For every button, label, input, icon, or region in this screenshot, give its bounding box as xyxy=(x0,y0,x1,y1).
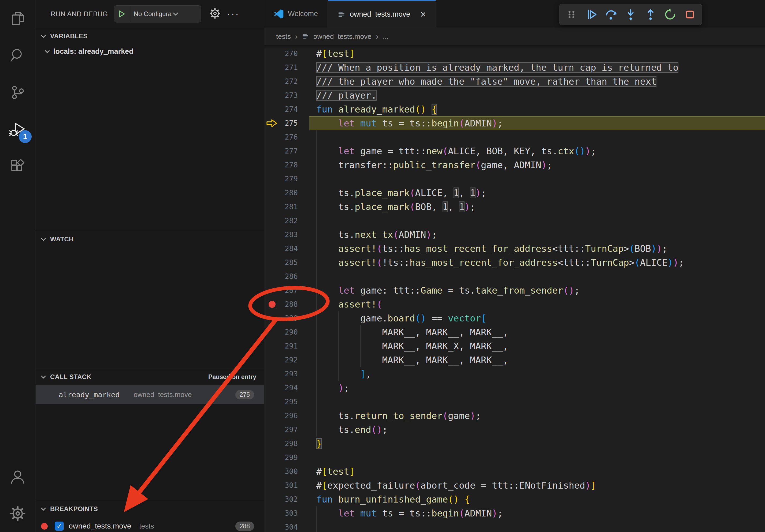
run-and-debug-icon[interactable]: 1 xyxy=(0,111,35,148)
code-line[interactable]: 278 transfer::public_transfer(game, ADMI… xyxy=(264,158,765,172)
debug-configuration-button[interactable]: No Configura xyxy=(114,5,201,23)
step-out-button[interactable] xyxy=(643,7,658,22)
line-number[interactable]: 292 xyxy=(264,353,298,367)
code-line[interactable]: 273/// player. xyxy=(264,89,765,102)
line-number[interactable]: 278 xyxy=(264,158,298,172)
line-number[interactable]: 273 xyxy=(264,89,298,102)
code-line[interactable]: 302fun burn_unfinished_game() { xyxy=(264,492,765,506)
variables-scope-row[interactable]: locals: already_marked xyxy=(44,44,264,59)
code-line[interactable]: 303 let mut ts = ts::begin(ADMIN); xyxy=(264,506,765,520)
code-line[interactable]: 275 let mut ts = ts::begin(ADMIN); xyxy=(264,116,765,130)
line-number[interactable]: 291 xyxy=(264,339,298,353)
breadcrumb-item-tests[interactable]: tests xyxy=(276,32,291,41)
accounts-icon[interactable] xyxy=(0,458,35,495)
line-number[interactable]: 280 xyxy=(264,186,298,200)
code-line[interactable]: 286 xyxy=(264,269,765,283)
tab-owned-tests-move[interactable]: owned_tests.move × xyxy=(328,0,436,28)
line-number[interactable]: 290 xyxy=(264,325,298,339)
line-number[interactable]: 284 xyxy=(264,242,298,256)
call-stack-section-header[interactable]: CALL STACK Paused on entry xyxy=(36,369,264,385)
code-line[interactable]: 299 xyxy=(264,450,765,464)
breakpoint-checkbox[interactable]: ✓ xyxy=(55,522,64,531)
code-line[interactable]: 279 xyxy=(264,172,765,186)
line-number[interactable]: 279 xyxy=(264,172,298,186)
variables-section-header[interactable]: VARIABLES xyxy=(36,28,264,44)
breadcrumb-item-file[interactable]: owned_tests.move xyxy=(313,32,372,41)
line-number[interactable]: 274 xyxy=(264,102,298,116)
continue-button[interactable] xyxy=(583,7,599,22)
line-number[interactable]: 286 xyxy=(264,269,298,283)
line-number[interactable]: 283 xyxy=(264,228,298,242)
line-number[interactable]: 299 xyxy=(264,450,298,464)
line-number[interactable]: 289 xyxy=(264,311,298,325)
tab-welcome[interactable]: Welcome xyxy=(264,0,328,28)
chevron-down-icon[interactable] xyxy=(172,10,179,17)
line-number[interactable]: 277 xyxy=(264,144,298,158)
code-line[interactable]: 300#[test] xyxy=(264,464,765,478)
restart-button[interactable] xyxy=(662,7,678,22)
code-line[interactable]: 291 MARK__, MARK_X, MARK__, xyxy=(264,339,765,353)
code-area[interactable]: 270#[test]271/// When a position is alre… xyxy=(264,45,765,532)
line-number[interactable]: 297 xyxy=(264,423,298,437)
code-line[interactable]: 285 assert!(!ts::has_most_recent_for_add… xyxy=(264,256,765,269)
code-line[interactable]: 281 ts.place_mark(BOB, 1, 1); xyxy=(264,200,765,214)
code-line[interactable]: 282 xyxy=(264,214,765,228)
code-line[interactable]: 301#[expected_failure(abort_code = ttt::… xyxy=(264,478,765,492)
line-number[interactable]: 298 xyxy=(264,437,298,450)
start-debug-icon[interactable] xyxy=(114,9,130,19)
code-line[interactable]: 274fun already_marked() { xyxy=(264,102,765,116)
line-number[interactable]: 303 xyxy=(264,506,298,520)
code-line[interactable]: 271/// When a position is already marked… xyxy=(264,61,765,75)
breakpoints-section-header[interactable]: BREAKPOINTS xyxy=(36,501,264,517)
call-stack-frame[interactable]: already_marked owned_tests.move 275 xyxy=(36,385,264,404)
more-actions-icon[interactable]: ··· xyxy=(227,9,240,19)
gear-icon[interactable] xyxy=(209,7,221,21)
line-number[interactable]: 271 xyxy=(264,61,298,75)
settings-gear-icon[interactable] xyxy=(0,495,35,532)
code-line[interactable]: 294 ); xyxy=(264,381,765,395)
line-number[interactable]: 281 xyxy=(264,200,298,214)
line-number[interactable]: 285 xyxy=(264,256,298,269)
step-into-button[interactable] xyxy=(623,7,638,22)
code-line[interactable]: 283 ts.next_tx(ADMIN); xyxy=(264,228,765,242)
step-over-button[interactable] xyxy=(603,7,619,22)
line-number[interactable]: 287 xyxy=(264,283,298,297)
line-number[interactable]: 296 xyxy=(264,409,298,423)
code-line[interactable]: 297 ts.end(); xyxy=(264,423,765,437)
code-line[interactable]: 304 xyxy=(264,520,765,532)
code-line[interactable]: 292 MARK__, MARK__, MARK__, xyxy=(264,353,765,367)
breakpoint-icon[interactable] xyxy=(269,301,276,308)
line-number[interactable]: 293 xyxy=(264,367,298,381)
drag-handle[interactable] xyxy=(564,7,579,22)
breadcrumb-item-symbol[interactable]: ... xyxy=(383,32,389,41)
extensions-icon[interactable] xyxy=(0,148,35,185)
line-number[interactable]: 294 xyxy=(264,381,298,395)
code-line[interactable]: 287 let game: ttt::Game = ts.take_from_s… xyxy=(264,283,765,297)
line-number[interactable]: 295 xyxy=(264,395,298,409)
explorer-icon[interactable] xyxy=(0,0,35,37)
code-line[interactable]: 284 assert!(ts::has_most_recent_for_addr… xyxy=(264,242,765,256)
code-line[interactable]: 293 ], xyxy=(264,367,765,381)
code-line[interactable]: 296 ts.return_to_sender(game); xyxy=(264,409,765,423)
line-number[interactable]: 276 xyxy=(264,130,298,144)
code-line[interactable]: 289 game.board() == vector[ xyxy=(264,311,765,325)
watch-section-header[interactable]: WATCH xyxy=(36,231,264,247)
line-number[interactable]: 304 xyxy=(264,520,298,532)
configuration-label[interactable]: No Configura xyxy=(134,10,172,18)
code-line[interactable]: 276 xyxy=(264,130,765,144)
code-line[interactable]: 288 assert!( xyxy=(264,297,765,311)
line-number[interactable]: 301 xyxy=(264,478,298,492)
code-line[interactable]: 277 let game = ttt::new(ALICE, BOB, KEY,… xyxy=(264,144,765,158)
line-number[interactable]: 272 xyxy=(264,75,298,89)
line-number[interactable]: 302 xyxy=(264,492,298,506)
line-number[interactable]: 282 xyxy=(264,214,298,228)
code-line[interactable]: 290 MARK__, MARK__, MARK__, xyxy=(264,325,765,339)
close-icon[interactable]: × xyxy=(420,10,426,19)
line-number[interactable]: 300 xyxy=(264,464,298,478)
code-line[interactable]: 298} xyxy=(264,437,765,450)
code-line[interactable]: 280 ts.place_mark(ALICE, 1, 1); xyxy=(264,186,765,200)
code-line[interactable]: 295 xyxy=(264,395,765,409)
stop-button[interactable] xyxy=(682,7,698,22)
breakpoint-list-item[interactable]: ✓ owned_tests.move tests 288 xyxy=(36,519,264,532)
source-control-icon[interactable] xyxy=(0,74,35,111)
